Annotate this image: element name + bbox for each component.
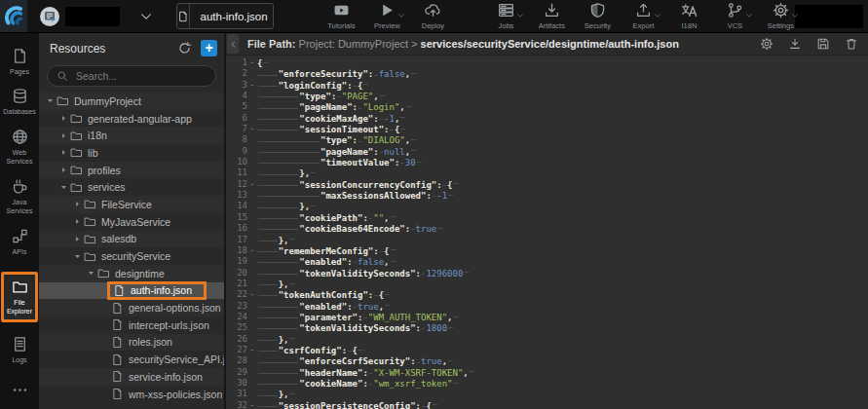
code-line-5[interactable]: 5 "pageName": "Login", — [226, 101, 868, 112]
tree-item-fileservice[interactable]: FileService — [39, 196, 224, 213]
caret-right-icon[interactable] — [58, 114, 69, 123]
code-line-25[interactable]: 25 "tokenValiditySeconds": 1800 — [226, 322, 868, 333]
code-line-24[interactable]: 24 "parameter": "WM_AUTH_TOKEN", — [226, 312, 868, 322]
caret-down-icon[interactable] — [58, 183, 69, 192]
fold-marker[interactable]: - — [247, 179, 257, 190]
code-line-23[interactable]: 23 "enabled": true, — [226, 301, 868, 312]
code-line-8[interactable]: 8 "type": "DIALOG", — [226, 134, 868, 145]
topbar-action-artifacts[interactable]: Artifacts — [537, 2, 566, 30]
code-line-28[interactable]: 28 "enforceCsrfSecurity": true, — [226, 355, 868, 366]
tree-item-wm-xss-policies-json[interactable]: wm-xss-policies.json — [39, 386, 224, 403]
code-line-18[interactable]: 18- "rememberMeConfig": { — [226, 245, 868, 256]
chevron-down-icon[interactable] — [516, 12, 524, 19]
tree-item-lib[interactable]: lib — [39, 144, 224, 162]
code-line-4[interactable]: 4 "type": "PAGE", — [226, 91, 868, 101]
sidebar-item-databases[interactable]: Databases — [0, 83, 39, 120]
code-line-20[interactable]: 20 "tokenValiditySeconds": 1296000 — [226, 268, 868, 279]
topbar-action-security[interactable]: Security — [583, 2, 612, 30]
caret-down-icon[interactable] — [72, 252, 83, 261]
code-line-2[interactable]: 2 "enforceSecurity": false, — [226, 68, 868, 79]
code-line-14[interactable]: 14 }, — [226, 201, 868, 211]
topbar-action-tutorials[interactable]: Tutorials — [326, 2, 356, 30]
code-line-26[interactable]: 26 }, — [226, 334, 868, 345]
topbar-action-settings[interactable]: Settings — [766, 2, 795, 30]
search-input[interactable] — [74, 69, 207, 83]
topbar-action-jobs[interactable]: Jobs — [491, 2, 520, 30]
tree-item-general-options-json[interactable]: general-options.json — [39, 299, 224, 316]
caret-down-icon[interactable] — [45, 96, 56, 105]
code-line-29[interactable]: 29 "headerName": "X-WM-XSRF-TOKEN", — [226, 367, 868, 378]
code-line-21[interactable]: 21 }, — [226, 279, 868, 289]
tree-item-intercept-urls-json[interactable]: intercept-urls.json — [39, 316, 224, 334]
tree-item-securityservice[interactable]: securityService — [39, 247, 224, 265]
code-line-6[interactable]: 6 "cookieMaxAge": -1, — [226, 113, 868, 124]
tree-item-dummyproject[interactable]: DummyProject — [39, 93, 224, 110]
sidebar-item-apis[interactable]: APIs — [0, 223, 39, 260]
sidebar-item-pages[interactable]: Pages — [0, 43, 39, 80]
code-line-15[interactable]: 15 "cookiePath": "", — [226, 212, 868, 223]
app-logo-button[interactable] — [0, 0, 27, 32]
code-line-19[interactable]: 19 "enabled": false, — [226, 256, 868, 267]
caret-right-icon[interactable] — [72, 235, 83, 243]
caret-right-icon[interactable] — [58, 166, 69, 174]
topbar-action-deploy[interactable]: Deploy — [418, 2, 447, 30]
fold-marker[interactable]: - — [247, 345, 257, 355]
code-line-11[interactable]: 11 }, — [226, 167, 868, 178]
code-line-16[interactable]: 16 "cookieBase64Encode": true — [226, 223, 868, 234]
caret-right-icon[interactable] — [58, 148, 69, 157]
save-button[interactable] — [816, 37, 830, 51]
fold-marker[interactable]: - — [247, 289, 257, 300]
code-line-27[interactable]: 27- "csrfConfig": { — [226, 345, 868, 355]
collapse-panel-button[interactable] — [227, 34, 239, 54]
caret-right-icon[interactable] — [72, 200, 83, 208]
fold-marker[interactable]: - — [247, 80, 257, 91]
tree-item-myjavaservice[interactable]: MyJavaService — [39, 213, 224, 231]
code-editor[interactable]: 1-{2 "enforceSecurity": false,3- "loginC… — [226, 56, 868, 409]
code-line-17[interactable]: 17 }, — [226, 235, 868, 245]
topbar-action-vcs[interactable]: VCS — [720, 2, 749, 30]
refresh-icon[interactable] — [177, 41, 192, 56]
sidebar-item-more[interactable] — [0, 377, 39, 402]
sidebar-item-file-explorer[interactable]: File Explorer — [1, 272, 38, 322]
code-line-1[interactable]: 1-{ — [226, 57, 868, 68]
fold-marker[interactable]: - — [247, 124, 257, 134]
delete-button[interactable] — [845, 37, 858, 51]
code-line-10[interactable]: 10 "timeoutValue": 30 — [226, 157, 868, 167]
code-line-12[interactable]: 12- "sessionConcurrencyConfig": { — [226, 179, 868, 190]
tree-item-generated-angular-app[interactable]: generated-angular-app — [39, 110, 224, 128]
project-icon[interactable] — [39, 6, 60, 27]
chevron-down-icon[interactable] — [745, 12, 753, 19]
code-line-31[interactable]: 31 }, — [226, 389, 868, 399]
code-line-32[interactable]: 32- "sessionPersistenceConfig": { — [226, 400, 868, 409]
open-file-tab[interactable]: auth-info.json — [176, 3, 275, 29]
tree-item-i18n[interactable]: i18n — [39, 127, 224, 144]
fold-marker[interactable]: - — [247, 57, 257, 68]
caret-right-icon[interactable] — [72, 217, 83, 226]
sidebar-item-web-services[interactable]: Web Services — [0, 124, 39, 170]
chevron-down-icon[interactable] — [397, 12, 405, 19]
topbar-action-export[interactable]: Export — [628, 2, 658, 30]
caret-right-icon[interactable] — [58, 131, 69, 140]
tree-item-salesdb[interactable]: salesdb — [39, 231, 224, 248]
project-menu-chevron-icon[interactable] — [139, 10, 153, 23]
code-line-30[interactable]: 30 "cookieName": "wm_xsrf_token" — [226, 378, 868, 389]
chevron-down-icon[interactable] — [654, 12, 661, 19]
add-resource-button[interactable]: + — [201, 40, 217, 56]
resources-search[interactable] — [47, 65, 216, 87]
tree-item-securityservice-api-json[interactable]: securityService_API.json — [39, 351, 224, 368]
tree-item-auth-info-json[interactable]: auth-info.json — [39, 282, 224, 300]
sidebar-item-logs[interactable]: Logs — [0, 331, 39, 368]
topbar-action-preview[interactable]: Preview — [372, 2, 401, 30]
caret-down-icon[interactable] — [86, 269, 96, 278]
download-button[interactable] — [788, 37, 802, 51]
fold-marker[interactable]: - — [247, 400, 257, 409]
topbar-action-i18n[interactable]: I18N — [674, 2, 703, 30]
tree-item-designtime[interactable]: designtime — [39, 265, 224, 282]
fold-marker[interactable]: - — [247, 245, 257, 256]
code-line-9[interactable]: 9 "pageName": null, — [226, 146, 868, 157]
tree-item-services[interactable]: services — [39, 178, 224, 196]
code-line-13[interactable]: 13 "maxSessionsAllowed": -1 — [226, 190, 868, 201]
code-line-7[interactable]: 7- "sessionTimeout": { — [226, 124, 868, 134]
tree-item-profiles[interactable]: profiles — [39, 162, 224, 179]
sidebar-item-java-services[interactable]: Java Services — [0, 173, 39, 220]
